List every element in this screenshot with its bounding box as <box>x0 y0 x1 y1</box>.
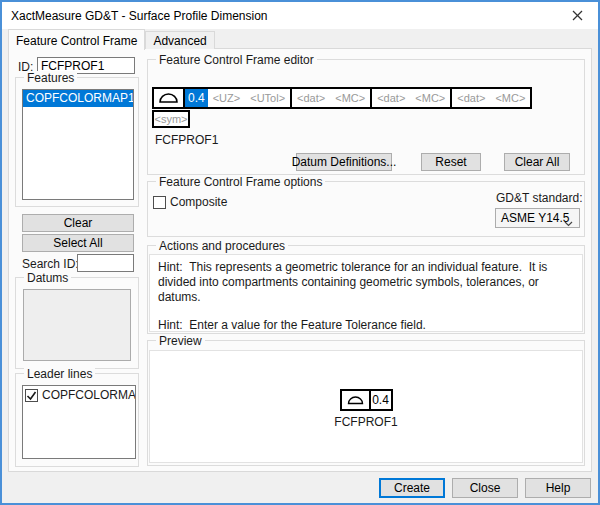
preview-frame-label: FCFPROF1 <box>334 415 397 429</box>
fcf-dat-cell-1[interactable]: <dat> <box>292 92 330 104</box>
fcf-tolerance-segment: 0.4 <UZ> <UTol> <box>183 87 292 109</box>
clear-all-button[interactable]: Clear All <box>504 153 570 171</box>
composite-checkbox[interactable] <box>153 196 166 209</box>
surface-profile-icon <box>347 395 364 405</box>
fcf-datum-segment-2: <dat> <MC> <box>370 87 452 109</box>
fcf-editor-group-label: Feature Control Frame editor <box>156 53 317 67</box>
fcf-datum-segment-3: <dat> <MC> <box>450 87 532 109</box>
actions-hint-panel: Hint: This represents a geometric tolera… <box>149 254 583 332</box>
preview-group-label: Preview <box>156 334 205 348</box>
window-title: XactMeasure GD&T - Surface Profile Dimen… <box>11 9 268 23</box>
tab-feature-control-frame[interactable]: Feature Control Frame <box>8 29 145 50</box>
fcf-mc-cell-3[interactable]: <MC> <box>490 92 530 104</box>
datums-list <box>23 289 131 361</box>
tab-page: ID: Features COPFCOLORMAP1 1 Clear Selec… <box>8 48 592 472</box>
create-button[interactable]: Create <box>379 478 445 498</box>
surface-profile-icon <box>158 92 179 104</box>
fcf-sym-cell[interactable]: <sym> <box>152 110 190 128</box>
features-list-item[interactable]: COPFCOLORMAP1 1 <box>23 90 133 107</box>
fcf-mc-cell-1[interactable]: <MC> <box>330 92 370 104</box>
fcf-mc-cell-2[interactable]: <MC> <box>410 92 450 104</box>
leader-lines-group-label: Leader lines <box>24 367 95 381</box>
actions-group-label: Actions and procedures <box>156 239 288 253</box>
preview-panel: 0.4 FCFPROF1 <box>149 350 583 463</box>
close-button[interactable] <box>556 2 598 29</box>
chevron-down-icon <box>564 216 573 230</box>
fcf-options-group-label: Feature Control Frame options <box>156 175 325 189</box>
gdt-standard-dropdown[interactable]: ASME Y14.5 <box>495 208 580 228</box>
features-group-label: Features <box>24 71 77 85</box>
check-icon <box>26 390 37 401</box>
close-button-footer[interactable]: Close <box>452 478 518 498</box>
datum-definitions-button[interactable]: Datum Definitions... <box>296 153 392 171</box>
footer: Create Close Help <box>2 472 598 503</box>
fcf-symbol-cell[interactable] <box>152 87 185 109</box>
composite-label: Composite <box>170 195 227 209</box>
preview-symbol-cell <box>340 389 371 411</box>
fcf-utol-cell[interactable]: <UTol> <box>245 92 290 104</box>
fcf-tolerance-cell[interactable]: 0.4 <box>185 89 208 107</box>
tab-advanced[interactable]: Advanced <box>145 31 214 49</box>
gdt-standard-value: ASME Y14.5 <box>501 211 569 225</box>
dialog-window: XactMeasure GD&T - Surface Profile Dimen… <box>0 0 600 505</box>
leader-line-label: COPFCOLORMAP1 1 <box>42 388 136 402</box>
leader-lines-list[interactable]: COPFCOLORMAP1 1 <box>22 385 136 459</box>
tabstrip: Feature Control Frame Advanced <box>8 29 215 49</box>
composite-checkrow[interactable]: Composite <box>153 195 227 209</box>
close-icon <box>572 10 583 21</box>
clear-button[interactable]: Clear <box>22 214 134 232</box>
datums-group-label: Datums <box>24 271 71 285</box>
preview-fcf-frame: 0.4 <box>340 389 393 411</box>
fcf-uz-cell[interactable]: <UZ> <box>208 92 246 104</box>
fcf-dat-cell-3[interactable]: <dat> <box>452 92 490 104</box>
gdt-standard-label: GD&T standard: <box>496 191 582 205</box>
fcf-editor-frame: 0.4 <UZ> <UTol> <dat> <MC> <dat> <MC> <d… <box>152 87 532 109</box>
fcf-datum-segment-1: <dat> <MC> <box>290 87 372 109</box>
leader-line-checkbox[interactable] <box>25 389 38 402</box>
search-id-input[interactable] <box>77 254 134 272</box>
select-all-button[interactable]: Select All <box>22 234 134 252</box>
help-button[interactable]: Help <box>525 478 591 498</box>
search-id-label: Search ID: <box>22 257 79 271</box>
leader-line-item[interactable]: COPFCOLORMAP1 1 <box>23 386 135 402</box>
preview-tolerance-cell: 0.4 <box>369 389 393 411</box>
features-list[interactable]: COPFCOLORMAP1 1 <box>22 89 134 200</box>
fcf-dat-cell-2[interactable]: <dat> <box>372 92 410 104</box>
fcf-frame-label: FCFPROF1 <box>155 133 218 147</box>
reset-button[interactable]: Reset <box>421 153 481 171</box>
titlebar[interactable]: XactMeasure GD&T - Surface Profile Dimen… <box>2 2 598 29</box>
hint-text-1: Hint: This represents a geometric tolera… <box>158 260 574 305</box>
hint-text-2: Hint: Enter a value for the Feature Tole… <box>158 318 574 333</box>
